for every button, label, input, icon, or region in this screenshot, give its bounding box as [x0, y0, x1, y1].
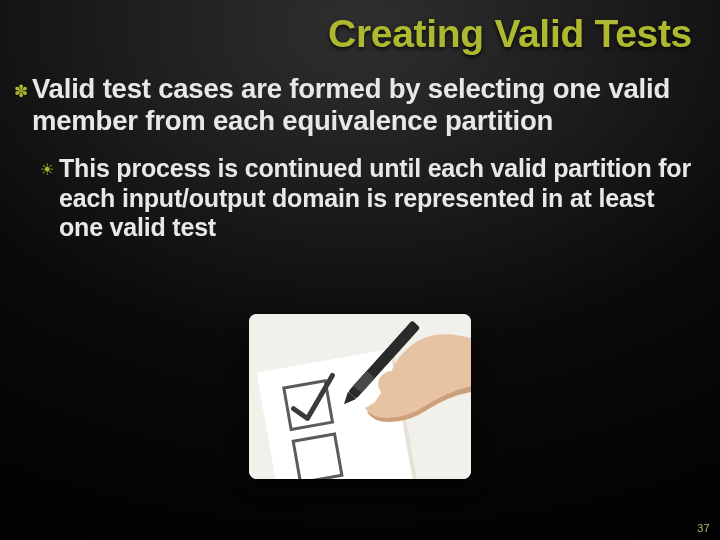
- flower-icon: ✽: [14, 75, 28, 109]
- sun-icon: ☀: [40, 155, 54, 185]
- slide: Creating Valid Tests ✽ Valid test cases …: [0, 0, 720, 540]
- slide-title: Creating Valid Tests: [328, 12, 692, 56]
- checkbox-image: [249, 314, 471, 479]
- page-number: 37: [697, 522, 710, 534]
- bullet-2-text: This process is continued until each val…: [59, 154, 694, 243]
- bullet-level-1: ✽ Valid test cases are formed by selecti…: [14, 73, 700, 138]
- bullet-1-text: Valid test cases are formed by selecting…: [32, 73, 700, 138]
- checkbox-illustration: [249, 314, 471, 479]
- bullet-level-2: ☀ This process is continued until each v…: [40, 154, 694, 243]
